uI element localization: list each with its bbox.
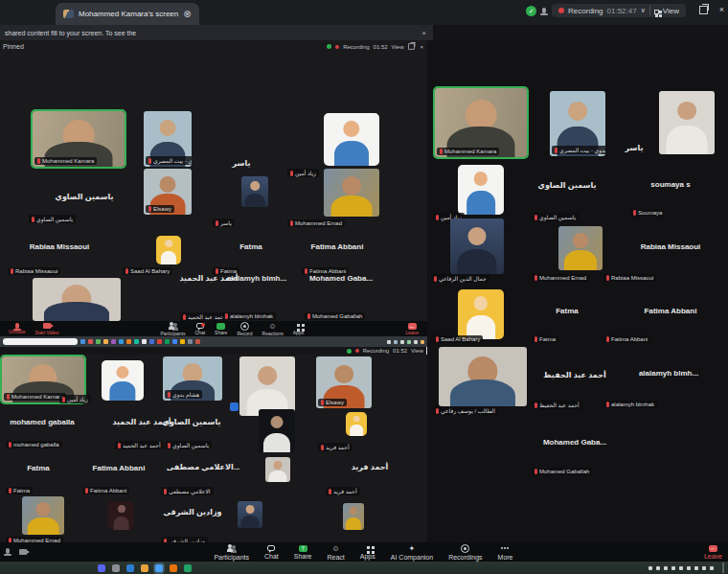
taskbar-app-icon[interactable] [157, 339, 162, 344]
person-silhouette [274, 461, 283, 470]
taskbar-app-icon[interactable] [112, 564, 120, 572]
person-silhouette [271, 416, 284, 428]
taskbar-app-icon[interactable] [142, 339, 147, 344]
taskbar-app-icon[interactable] [88, 339, 93, 344]
view-button[interactable]: View [663, 7, 679, 15]
taskbar-app-icon[interactable] [96, 339, 101, 344]
participant-video-tile[interactable] [558, 226, 603, 270]
participant-video-tile[interactable]: Elsawy [316, 356, 372, 408]
taskbar-app-icon[interactable] [141, 564, 148, 572]
participant-video-tile[interactable]: هشام بدوي [163, 356, 222, 401]
toolbar-item-reactions[interactable]: ☺Reactions [262, 322, 284, 336]
participant-video-tile[interactable]: Elsawy [144, 169, 192, 215]
participant-avatar-tile[interactable] [108, 501, 134, 530]
participant-video-tile[interactable] [22, 496, 64, 535]
toolbar-item-leave[interactable]: ←Leave [405, 322, 419, 335]
taskbar-app-icon[interactable] [103, 339, 108, 344]
toolbar-item-apps[interactable]: Apps [360, 545, 375, 560]
recording-indicator[interactable]: Recording 01:52:47 ∨ View [552, 4, 686, 17]
taskbar-app-icon[interactable] [165, 339, 170, 344]
participant-avatar-tile[interactable] [346, 412, 367, 436]
taskbar-search-input[interactable] [3, 338, 78, 345]
participant-avatar-tile[interactable] [156, 236, 181, 264]
participant-video-tile[interactable] [33, 278, 121, 321]
stop-viewing-icon[interactable]: ⊗ [183, 9, 191, 19]
toolbar-item-recordings[interactable]: Recordings [448, 543, 482, 561]
toolbar-item-more[interactable]: More [498, 544, 513, 561]
participant-video-tile[interactable]: Mohammed Kamara [33, 111, 125, 167]
participant-video-tile[interactable] [241, 176, 268, 207]
notification-text: shared content fill to your screen. To s… [5, 30, 136, 36]
chevron-down-icon[interactable]: ∨ [641, 7, 646, 14]
toolbar-item-share[interactable]: Share [215, 322, 227, 335]
participant-video-tile[interactable] [265, 457, 290, 482]
taskbar-app-icon[interactable] [80, 339, 85, 344]
taskbar-app-icon[interactable] [111, 339, 116, 344]
taskbar-app-icon[interactable] [98, 564, 105, 572]
nested-status-cluster: Recording 01:52 View [347, 348, 423, 354]
toolbar-item-unmute[interactable]: Unmute [9, 323, 26, 334]
taskbar-app-icon[interactable] [134, 339, 139, 344]
toolbar-item-participants[interactable]: Participants [214, 544, 249, 561]
participant-video-tile[interactable] [259, 409, 295, 452]
taskbar-app-icon[interactable] [172, 339, 177, 344]
toolbar-item-share[interactable]: ↑Share [294, 544, 312, 560]
participant-name-label: mohamed gaballa [6, 441, 62, 448]
toolbar-item-start-video[interactable]: Start Video [35, 322, 59, 335]
participant-video-tile[interactable] [450, 218, 504, 274]
view-label: View [392, 44, 404, 50]
toolbar-item-chat[interactable]: Chat [195, 322, 206, 335]
taskbar-app-icon[interactable] [180, 339, 185, 344]
participant-avatar-tile[interactable] [102, 360, 144, 401]
participant-video-tile[interactable] [324, 169, 379, 217]
toolbar-item-ai-companion[interactable]: ✦AI Companion [391, 544, 433, 561]
taskbar-app-icon[interactable] [155, 564, 163, 572]
muted-mic-icon [164, 489, 167, 494]
participant-video-tile[interactable] [238, 501, 262, 528]
restore-window-icon[interactable] [699, 6, 708, 14]
person-silhouette [350, 425, 363, 436]
participant-video-tile[interactable] [239, 356, 295, 416]
taskbar-app-icon[interactable] [184, 564, 192, 572]
close-window-icon[interactable]: × [719, 5, 724, 14]
participant-video-tile[interactable] [343, 503, 364, 530]
toolbar-item-record[interactable]: Record [237, 321, 252, 336]
participant-avatar-tile[interactable] [458, 289, 504, 339]
taskbar-app-icon[interactable] [188, 339, 193, 344]
participant-video-tile[interactable]: Mohammed Kamara [435, 88, 527, 157]
person-silhouette [474, 296, 488, 310]
participant-video-tile[interactable] [439, 347, 527, 406]
participant-avatar-tile[interactable] [324, 113, 379, 166]
recording-dot-icon [558, 8, 564, 13]
participant-video-tile[interactable]: هشام بدوي - بيت المصري [144, 111, 192, 167]
leave-meeting-button[interactable]: ←Leave [704, 544, 722, 560]
toolbar-item-apps[interactable]: Apps [293, 323, 304, 335]
participant-video-tile[interactable]: هشام بدوي - بيت المصري [550, 91, 605, 156]
toolbar-item-participants[interactable]: Participants [160, 322, 185, 336]
muted-mic-icon [307, 313, 310, 319]
participant-name: Fatma [239, 242, 262, 251]
participant-avatar-tile[interactable] [458, 165, 504, 215]
participant-video-tile[interactable] [659, 91, 715, 154]
toolbar-item-chat[interactable]: Chat [264, 544, 279, 560]
taskbar-app-icon[interactable] [119, 339, 124, 344]
muted-mic-icon [225, 313, 228, 319]
taskbar-app-icon[interactable] [170, 564, 177, 572]
meeting-window-titlebar: Mohammed Kamara's screen ⊗ ✓ Recording 0… [0, 0, 728, 25]
taskbar-app-icon[interactable] [126, 564, 134, 572]
tray-icon [394, 340, 398, 344]
person-silhouette [568, 102, 587, 121]
taskbar-app-icon[interactable] [126, 339, 131, 344]
camera-icon[interactable] [19, 549, 27, 555]
shared-screen-tab[interactable]: Mohammed Kamara's screen ⊗ [56, 3, 199, 25]
security-shield-icon[interactable]: ✓ [526, 6, 536, 16]
dismiss-notification-icon[interactable]: × [421, 29, 426, 37]
microphone-icon[interactable] [6, 548, 10, 554]
taskbar-app-icon[interactable] [149, 339, 154, 344]
participant-name-label: Mohammed Kamara [34, 157, 97, 165]
person-silhouette [450, 379, 515, 406]
toolbar-item-react[interactable]: ☺React [328, 544, 345, 561]
taskbar-app-icon[interactable] [195, 339, 200, 344]
participant-name-label: ياسمين الصاوي [165, 441, 212, 449]
show-desktop-button[interactable] [722, 563, 724, 573]
